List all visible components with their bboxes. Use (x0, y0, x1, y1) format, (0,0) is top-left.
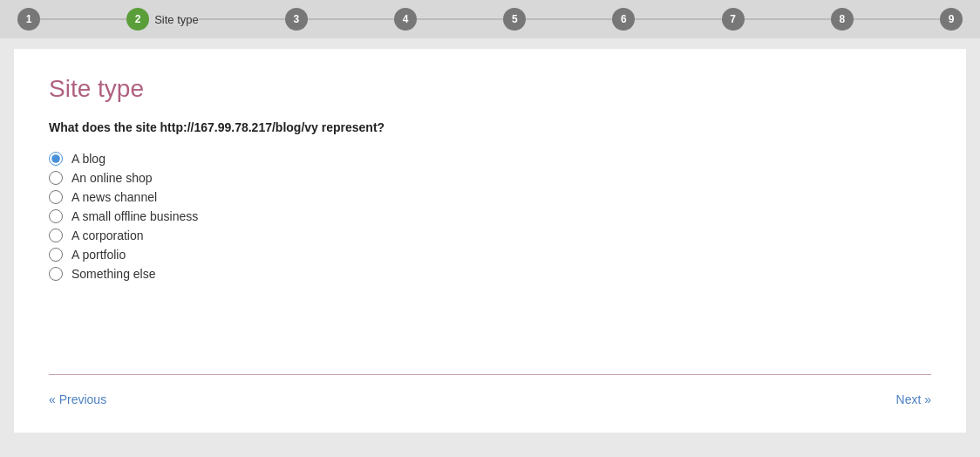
step-2-label: Site type (154, 13, 199, 26)
step-1[interactable]: 1 (17, 8, 40, 31)
option-label-blog[interactable]: A blog (71, 152, 105, 166)
radio-blog[interactable] (49, 152, 63, 166)
nav-footer: « Previous Next » (49, 392, 931, 406)
step-5[interactable]: 5 (503, 8, 526, 31)
radio-something-else[interactable] (49, 267, 63, 281)
option-label-offline-business[interactable]: A small offline business (71, 209, 198, 223)
step-6[interactable]: 6 (612, 8, 635, 31)
connector-5-6 (526, 18, 612, 20)
step-2[interactable]: 2 (126, 8, 149, 31)
list-item[interactable]: A news channel (49, 190, 931, 204)
radio-news-channel[interactable] (49, 190, 63, 204)
next-link[interactable]: Next » (896, 392, 931, 406)
option-label-something-else[interactable]: Something else (71, 267, 156, 281)
option-label-news-channel[interactable]: A news channel (71, 190, 157, 204)
step-9[interactable]: 9 (940, 8, 963, 31)
previous-link[interactable]: « Previous (49, 392, 106, 406)
progress-bar: 1 2 Site type 3 4 5 6 (0, 0, 980, 38)
option-label-portfolio[interactable]: A portfolio (71, 248, 126, 262)
list-item[interactable]: A blog (49, 152, 931, 166)
connector-7-8 (745, 18, 831, 20)
list-item[interactable]: Something else (49, 267, 931, 281)
radio-offline-business[interactable] (49, 209, 63, 223)
list-item[interactable]: A corporation (49, 228, 931, 242)
list-item[interactable]: An online shop (49, 171, 931, 185)
list-item[interactable]: A portfolio (49, 248, 931, 262)
step-8[interactable]: 8 (831, 8, 854, 31)
radio-portfolio[interactable] (49, 248, 63, 262)
list-item[interactable]: A small offline business (49, 209, 931, 223)
progress-steps: 1 2 Site type 3 4 5 6 (17, 8, 963, 31)
page-title: Site type (49, 75, 931, 103)
connector-8-9 (854, 18, 940, 20)
question-text: What does the site http://167.99.78.217/… (49, 120, 931, 134)
option-label-online-shop[interactable]: An online shop (71, 171, 153, 185)
step-7[interactable]: 7 (722, 8, 745, 31)
radio-corporation[interactable] (49, 228, 63, 242)
connector-6-7 (635, 18, 721, 20)
step-4[interactable]: 4 (394, 8, 417, 31)
connector-1-2 (40, 18, 126, 20)
radio-online-shop[interactable] (49, 171, 63, 185)
connector-3-4 (308, 18, 394, 20)
step-3[interactable]: 3 (285, 8, 308, 31)
options-list: A blog An online shop A news channel A s… (49, 152, 931, 281)
section-divider (49, 374, 931, 375)
connector-4-5 (417, 18, 503, 20)
step-2-wrapper: 2 Site type (126, 8, 199, 31)
option-label-corporation[interactable]: A corporation (71, 228, 144, 242)
connector-2-3 (199, 18, 285, 20)
main-card: Site type What does the site http://167.… (14, 49, 966, 433)
